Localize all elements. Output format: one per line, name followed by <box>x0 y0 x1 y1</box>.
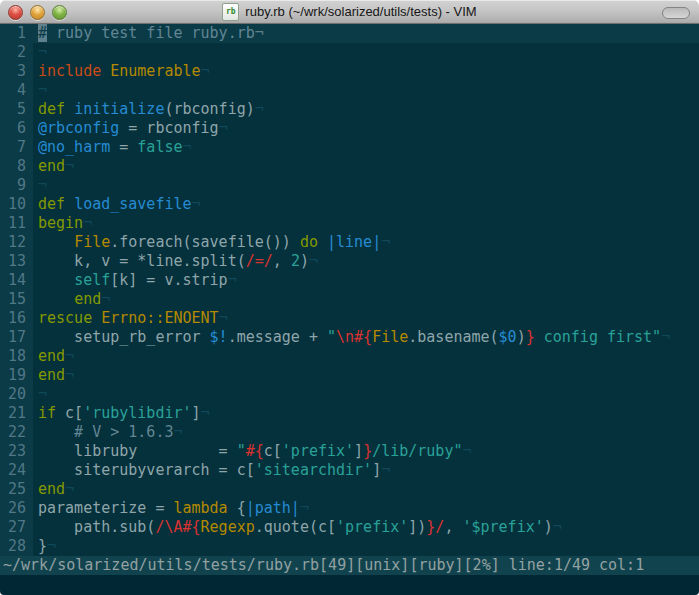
eol-marker-icon: ¬ <box>381 461 390 479</box>
close-button[interactable] <box>8 5 23 20</box>
code-line[interactable]: 5def initialize(rbconfig)¬ <box>0 100 699 119</box>
line-text: k, v = *line.split(/=/, 2)¬ <box>33 252 699 271</box>
syntax-segment: } <box>363 442 372 460</box>
toolbar-toggle-button[interactable] <box>662 7 690 19</box>
syntax-segment <box>318 233 327 251</box>
syntax-segment: rescue <box>38 309 92 327</box>
eol-marker-icon: ¬ <box>47 537 56 555</box>
line-text: begin¬ <box>33 214 699 233</box>
syntax-segment: lambda <box>173 499 227 517</box>
eol-marker-icon: ¬ <box>201 62 210 80</box>
code-line[interactable]: 1# ruby test file ruby.rb¬ <box>0 24 699 43</box>
command-line <box>0 575 699 595</box>
line-text: end¬ <box>33 290 699 309</box>
code-line[interactable]: 25end¬ <box>0 480 699 499</box>
code-line[interactable]: 17 setup_rb_error $!.message + "\n#{File… <box>0 328 699 347</box>
eol-marker-icon: ¬ <box>38 176 47 194</box>
line-number: 2 <box>0 43 33 62</box>
syntax-segment: /=/ <box>246 252 273 270</box>
syntax-segment: k, v = *line.split( <box>38 252 246 270</box>
syntax-segment: $! <box>210 328 228 346</box>
syntax-segment: 'prefix' <box>336 518 408 536</box>
code-line[interactable]: 24 siterubyverarch = c['sitearchdir']¬ <box>0 461 699 480</box>
code-line[interactable]: 13 k, v = *line.split(/=/, 2)¬ <box>0 252 699 271</box>
eol-marker-icon: ¬ <box>38 385 47 403</box>
syntax-segment <box>65 195 74 213</box>
line-number: 16 <box>0 309 33 328</box>
line-number: 5 <box>0 100 33 119</box>
syntax-segment: libruby = <box>38 442 237 460</box>
vim-window: rb ruby.rb (~/wrk/solarized/utils/tests)… <box>0 0 699 595</box>
code-line[interactable]: 4¬ <box>0 81 699 100</box>
editor-viewport[interactable]: 1# ruby test file ruby.rb¬2¬3include Enu… <box>0 24 699 556</box>
line-number: 26 <box>0 499 33 518</box>
syntax-segment: setup_rb_error <box>38 328 210 346</box>
code-line[interactable]: 23 libruby = "#{c['prefix']}/lib/ruby"¬ <box>0 442 699 461</box>
titlebar[interactable]: rb ruby.rb (~/wrk/solarized/utils/tests)… <box>0 0 699 24</box>
syntax-segment: .message + <box>228 328 327 346</box>
syntax-segment: /lib/ruby" <box>372 442 462 460</box>
eol-marker-icon: ¬ <box>192 195 201 213</box>
code-line[interactable]: 27 path.sub(/\A#{Regexp.quote(c['prefix'… <box>0 518 699 537</box>
line-text: # V > 1.6.3¬ <box>33 423 699 442</box>
code-line[interactable]: 28}¬ <box>0 537 699 556</box>
code-line[interactable]: 21if c['rubylibdir']¬ <box>0 404 699 423</box>
code-line[interactable]: 12 File.foreach(savefile()) do |line|¬ <box>0 233 699 252</box>
line-number: 11 <box>0 214 33 233</box>
code-line[interactable]: 2¬ <box>0 43 699 62</box>
line-number: 19 <box>0 366 33 385</box>
syntax-segment: end <box>74 290 101 308</box>
code-line[interactable]: 10def load_savefile¬ <box>0 195 699 214</box>
syntax-segment: (rbconfig) <box>164 100 254 118</box>
syntax-segment: = rbconfig <box>119 119 218 137</box>
code-line[interactable]: 7@no_harm = false¬ <box>0 138 699 157</box>
code-line[interactable]: 3include Enumerable¬ <box>0 62 699 81</box>
code-line[interactable]: 20¬ <box>0 385 699 404</box>
syntax-segment: } <box>38 537 47 555</box>
line-text: File.foreach(savefile()) do |line|¬ <box>33 233 699 252</box>
code-line[interactable]: 11begin¬ <box>0 214 699 233</box>
code-line[interactable]: 18end¬ <box>0 347 699 366</box>
eol-marker-icon: ¬ <box>65 480 74 498</box>
code-line[interactable]: 26parameterize = lambda {|path|¬ <box>0 499 699 518</box>
syntax-segment: Regexp <box>201 518 255 536</box>
line-text: ¬ <box>33 176 699 195</box>
line-text: libruby = "#{c['prefix']}/lib/ruby"¬ <box>33 442 699 461</box>
zoom-button[interactable] <box>52 5 67 20</box>
line-text: end¬ <box>33 366 699 385</box>
code-line[interactable]: 19end¬ <box>0 366 699 385</box>
syntax-segment: load_savefile <box>74 195 191 213</box>
code-line[interactable]: 6@rbconfig = rbconfig¬ <box>0 119 699 138</box>
code-line[interactable]: 14 self[k] = v.strip¬ <box>0 271 699 290</box>
syntax-segment: ] <box>372 461 381 479</box>
eol-marker-icon: ¬ <box>201 404 210 422</box>
eol-marker-icon: ¬ <box>219 119 228 137</box>
syntax-segment: end <box>38 366 65 384</box>
line-text: ¬ <box>33 81 699 100</box>
eol-marker-icon: ¬ <box>38 81 47 99</box>
eol-marker-icon: ¬ <box>255 100 264 118</box>
status-line: ~/wrk/solarized/utils/tests/ruby.rb[49][… <box>0 556 699 575</box>
code-line[interactable]: 15 end¬ <box>0 290 699 309</box>
line-text: def load_savefile¬ <box>33 195 699 214</box>
line-number: 25 <box>0 480 33 499</box>
syntax-segment: def <box>38 195 65 213</box>
line-text: ¬ <box>33 43 699 62</box>
syntax-segment: \n <box>336 328 354 346</box>
syntax-segment: # V > 1.6.3 <box>38 423 173 441</box>
syntax-segment: Errno::ENOENT <box>101 309 218 327</box>
code-line[interactable]: 9¬ <box>0 176 699 195</box>
syntax-segment: |line| <box>327 233 381 251</box>
minimize-button[interactable] <box>30 5 45 20</box>
code-line[interactable]: 8end¬ <box>0 157 699 176</box>
window-title: ruby.rb (~/wrk/solarized/utils/tests) - … <box>245 4 476 19</box>
eol-marker-icon: ¬ <box>381 233 390 251</box>
line-number: 15 <box>0 290 33 309</box>
line-number: 21 <box>0 404 33 423</box>
syntax-segment: " <box>327 328 336 346</box>
syntax-segment: c[ <box>56 404 83 422</box>
code-line[interactable]: 22 # V > 1.6.3¬ <box>0 423 699 442</box>
eol-marker-icon: ¬ <box>462 442 471 460</box>
code-line[interactable]: 16rescue Errno::ENOENT¬ <box>0 309 699 328</box>
line-text: if c['rubylibdir']¬ <box>33 404 699 423</box>
